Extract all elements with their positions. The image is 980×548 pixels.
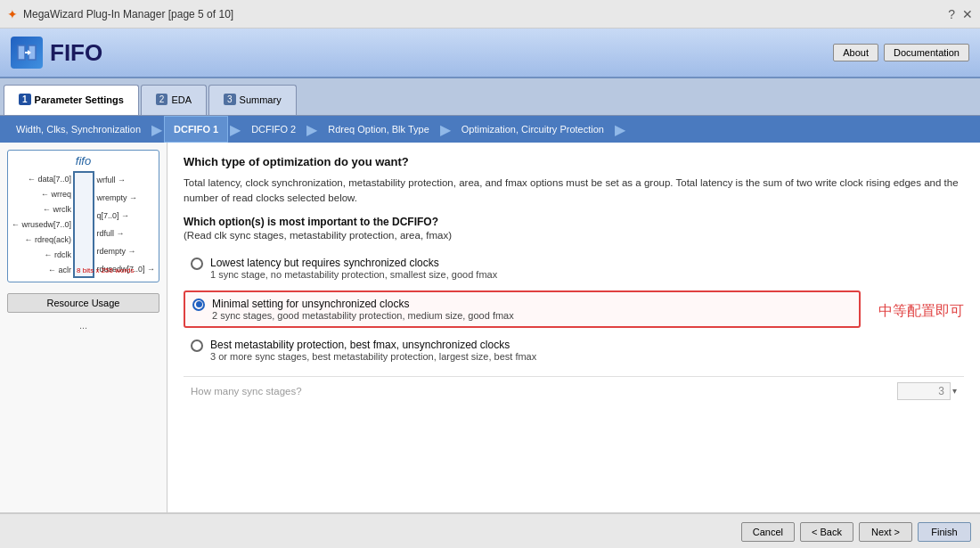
about-button[interactable]: About bbox=[833, 44, 878, 61]
resource-dots: ... bbox=[7, 320, 159, 331]
radio-annotation-minimal: 中等配置即可 bbox=[878, 302, 964, 321]
close-icon[interactable]: ✕ bbox=[962, 7, 973, 21]
radio-option-best[interactable]: Best metastability protection, best fmax… bbox=[184, 333, 964, 367]
radio-label-minimal: Minimal setting for unsynchronized clock… bbox=[212, 298, 514, 321]
tab-label-parameter: Parameter Settings bbox=[35, 94, 124, 105]
input-data: ← data[7..0] bbox=[12, 175, 71, 184]
tab-num-2: 2 bbox=[156, 94, 168, 105]
radio-label-lowest: Lowest latency but requires synchronized… bbox=[210, 257, 497, 280]
header-title: FIFO bbox=[50, 39, 102, 67]
radio-circle-lowest[interactable] bbox=[191, 258, 203, 270]
title-bar: ✦ MegaWizard Plug-In Manager [page 5 of … bbox=[0, 0, 980, 29]
app-icon: ✦ bbox=[7, 7, 18, 21]
radio-sub-best: 3 or more sync stages, best metastabilit… bbox=[210, 351, 536, 362]
finish-button[interactable]: Finish bbox=[918, 522, 971, 542]
breadcrumb-arrow-5: ▶ bbox=[615, 121, 625, 138]
question-sub: (Read clk sync stages, metastability pro… bbox=[184, 230, 964, 241]
back-button[interactable]: < Back bbox=[800, 522, 853, 542]
radio-label-best: Best metastability protection, best fmax… bbox=[210, 339, 536, 362]
radio-circle-minimal[interactable] bbox=[192, 299, 205, 311]
fifo-logo-svg bbox=[16, 42, 37, 63]
radio-circle-best[interactable] bbox=[191, 339, 203, 352]
breadcrumb-rdreq[interactable]: Rdreq Option, Blk Type bbox=[319, 116, 438, 143]
radio-main-best: Best metastability protection, best fmax… bbox=[210, 339, 536, 351]
fifo-inputs: ← data[7..0] ← wrreq ← wrclk ← wrusedw[7… bbox=[12, 171, 71, 278]
main-area: fifo ← data[7..0] ← wrreq ← wrclk ← wrus… bbox=[0, 143, 980, 512]
header-logo: FIFO bbox=[11, 37, 833, 69]
resource-usage-button[interactable]: Resource Usage bbox=[7, 293, 159, 313]
help-icon[interactable]: ? bbox=[948, 7, 955, 21]
output-wrempty: wrempty → bbox=[96, 193, 155, 202]
input-aclr: ← aclr bbox=[12, 266, 71, 274]
output-q: q[7..0] → bbox=[96, 211, 155, 220]
bottom-bar: Cancel < Back Next > Finish bbox=[0, 513, 980, 548]
input-rdreq: ← rdreq(ack) bbox=[12, 235, 71, 244]
description-text: Total latency, clock synchronization, me… bbox=[184, 176, 964, 207]
tab-label-summary: Summary bbox=[240, 94, 282, 105]
sync-stages-input[interactable] bbox=[897, 382, 951, 400]
tabs-row: 1 Parameter Settings 2 EDA 3 Summary bbox=[0, 78, 980, 116]
breadcrumb-arrow-4: ▶ bbox=[440, 121, 451, 138]
radio-sub-minimal: 2 sync stages, good metastability protec… bbox=[212, 310, 514, 321]
breadcrumb-row: Width, Clks, Synchronization ▶ DCFIFO 1 … bbox=[0, 116, 980, 143]
title-bar-controls: ? ✕ bbox=[948, 7, 973, 21]
tab-num-3: 3 bbox=[224, 94, 236, 105]
right-panel: Which type of optimization do you want? … bbox=[167, 143, 980, 512]
output-wrfull: wrfull → bbox=[96, 176, 155, 184]
left-panel: fifo ← data[7..0] ← wrreq ← wrclk ← wrus… bbox=[0, 143, 167, 512]
breadcrumb-arrow-1: ▶ bbox=[151, 121, 162, 138]
sync-stages-row: How many sync stages? ▾ bbox=[184, 376, 964, 405]
breadcrumb-arrow-3: ▶ bbox=[306, 121, 317, 138]
svg-rect-0 bbox=[18, 45, 25, 60]
breadcrumb-width[interactable]: Width, Clks, Synchronization bbox=[7, 116, 150, 143]
radio-main-lowest: Lowest latency but requires synchronized… bbox=[210, 257, 497, 269]
fifo-size-label: 8 bits x 256 words bbox=[75, 266, 93, 274]
sync-stages-dropdown[interactable]: ▾ bbox=[952, 386, 957, 396]
tab-num-1: 1 bbox=[19, 94, 31, 105]
header: FIFO About Documentation bbox=[0, 29, 980, 78]
breadcrumb-dcfifo2[interactable]: DCFIFO 2 bbox=[242, 116, 305, 143]
fifo-outputs: wrfull → wrempty → q[7..0] → rdfull → rd… bbox=[96, 171, 155, 278]
fifo-diagram-title: fifo bbox=[12, 154, 155, 168]
input-wrreq: ← wrreq bbox=[12, 190, 71, 199]
radio-main-minimal: Minimal setting for unsynchronized clock… bbox=[212, 298, 514, 310]
radio-option-lowest[interactable]: Lowest latency but requires synchronized… bbox=[184, 251, 964, 285]
input-wrclk: ← wrclk bbox=[12, 205, 71, 214]
output-rdfull: rdfull → bbox=[96, 229, 155, 238]
tab-eda[interactable]: 2 EDA bbox=[141, 85, 207, 115]
tab-summary[interactable]: 3 Summary bbox=[208, 85, 297, 115]
fifo-box: 8 bits x 256 words bbox=[73, 171, 94, 278]
fifo-diagram: fifo ← data[7..0] ← wrreq ← wrclk ← wrus… bbox=[7, 150, 159, 282]
next-button[interactable]: Next > bbox=[859, 522, 912, 542]
breadcrumb-optim[interactable]: Optimization, Circuitry Protection bbox=[453, 116, 613, 143]
breadcrumb-arrow-2: ▶ bbox=[230, 121, 241, 138]
question-title: Which option(s) is most important to the… bbox=[184, 216, 964, 228]
output-rdempty: rdempty → bbox=[96, 247, 155, 256]
sync-stages-label: How many sync stages? bbox=[191, 386, 897, 397]
section-title: Which type of optimization do you want? bbox=[184, 155, 964, 168]
cancel-button[interactable]: Cancel bbox=[741, 522, 795, 542]
radio-sub-lowest: 1 sync stage, no metastability protectio… bbox=[210, 269, 497, 280]
breadcrumb-dcfifo1[interactable]: DCFIFO 1 bbox=[164, 116, 228, 143]
fifo-body: ← data[7..0] ← wrreq ← wrclk ← wrusedw[7… bbox=[12, 171, 155, 278]
radio-option-minimal[interactable]: Minimal setting for unsynchronized clock… bbox=[184, 290, 861, 328]
title-bar-text: MegaWizard Plug-In Manager [page 5 of 10… bbox=[23, 8, 948, 20]
input-wrusedw: ← wrusedw[7..0] bbox=[12, 220, 71, 229]
tab-parameter[interactable]: 1 Parameter Settings bbox=[4, 85, 139, 115]
header-buttons: About Documentation bbox=[833, 44, 969, 61]
input-rdclk: ← rdclk bbox=[12, 250, 71, 259]
logo-icon bbox=[11, 37, 43, 69]
documentation-button[interactable]: Documentation bbox=[884, 44, 969, 61]
tab-label-eda: EDA bbox=[171, 94, 192, 105]
